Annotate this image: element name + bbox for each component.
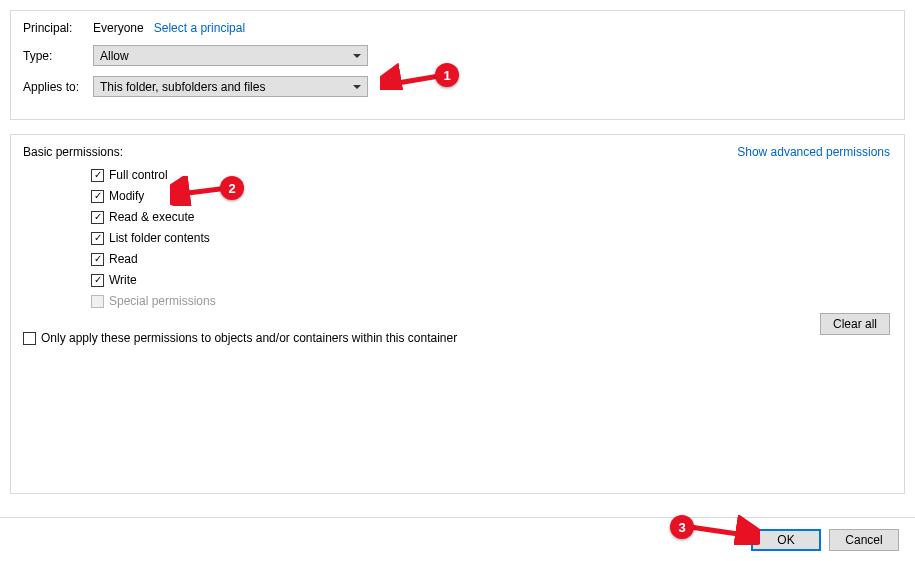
permission-item: Read — [91, 251, 892, 267]
only-apply-label: Only apply these permissions to objects … — [41, 331, 457, 345]
permission-checkbox[interactable] — [91, 274, 104, 287]
clear-all-button[interactable]: Clear all — [820, 313, 890, 335]
cancel-button[interactable]: Cancel — [829, 529, 899, 551]
select-principal-link[interactable]: Select a principal — [154, 21, 245, 35]
permission-label: Read & execute — [109, 210, 194, 224]
permission-item: Full control — [91, 167, 892, 183]
chevron-down-icon — [353, 54, 361, 58]
permission-item: Write — [91, 272, 892, 288]
permission-item: Special permissions — [91, 293, 892, 309]
only-apply-checkbox[interactable] — [23, 332, 36, 345]
principal-value: Everyone — [93, 21, 144, 35]
permission-checkbox[interactable] — [91, 253, 104, 266]
permission-label: Read — [109, 252, 138, 266]
principal-panel: Principal: Everyone Select a principal T… — [10, 10, 905, 120]
chevron-down-icon — [353, 85, 361, 89]
ok-button[interactable]: OK — [751, 529, 821, 551]
type-dropdown-text: Allow — [100, 49, 353, 63]
permission-label: Full control — [109, 168, 168, 182]
permission-item: Modify — [91, 188, 892, 204]
permission-label: Modify — [109, 189, 144, 203]
applies-dropdown-text: This folder, subfolders and files — [100, 80, 353, 94]
permission-checkbox[interactable] — [91, 232, 104, 245]
permission-item: List folder contents — [91, 230, 892, 246]
permissions-list: Full controlModifyRead & executeList fol… — [91, 167, 892, 309]
show-advanced-link[interactable]: Show advanced permissions — [737, 145, 890, 159]
permission-checkbox[interactable] — [91, 169, 104, 182]
type-dropdown[interactable]: Allow — [93, 45, 368, 66]
permission-checkbox — [91, 295, 104, 308]
bottom-button-bar: OK Cancel — [0, 517, 915, 561]
permission-checkbox[interactable] — [91, 190, 104, 203]
type-label: Type: — [23, 49, 93, 63]
applies-dropdown[interactable]: This folder, subfolders and files — [93, 76, 368, 97]
principal-label: Principal: — [23, 21, 93, 35]
permissions-panel: Basic permissions: Show advanced permiss… — [10, 134, 905, 494]
permission-item: Read & execute — [91, 209, 892, 225]
permission-checkbox[interactable] — [91, 211, 104, 224]
permission-label: Special permissions — [109, 294, 216, 308]
permission-label: Write — [109, 273, 137, 287]
permission-label: List folder contents — [109, 231, 210, 245]
applies-label: Applies to: — [23, 80, 93, 94]
